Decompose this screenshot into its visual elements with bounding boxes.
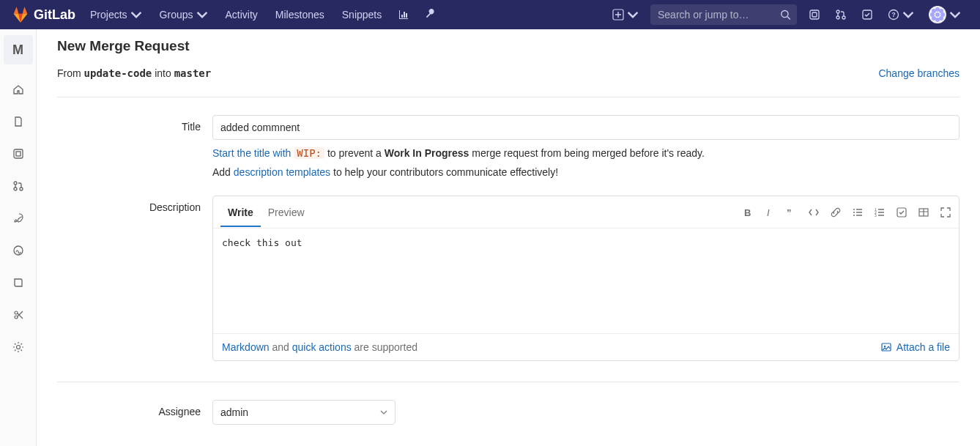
svg-text:”: ”: [787, 207, 792, 218]
tab-write[interactable]: Write: [220, 198, 261, 227]
page-title: New Merge Request: [57, 38, 959, 54]
toolbar-link[interactable]: [830, 207, 842, 218]
operations-icon: [12, 245, 24, 256]
sidebar-item-wiki[interactable]: [0, 267, 37, 299]
branch-from-text: From update-code into master: [57, 67, 211, 79]
plus-square-icon: [612, 9, 624, 21]
svg-rect-10: [14, 149, 23, 158]
nav-groups-label: Groups: [160, 9, 193, 21]
svg-rect-3: [812, 12, 817, 17]
book-icon: [12, 277, 24, 289]
toolbar-bold[interactable]: B: [742, 207, 754, 218]
toolbar-italic[interactable]: I: [764, 207, 776, 218]
svg-point-31: [884, 346, 886, 347]
nav-plus[interactable]: [605, 9, 646, 21]
nav-analytics[interactable]: [390, 9, 417, 21]
nav-milestones-label: Milestones: [275, 9, 324, 21]
nav-activity-label: Activity: [226, 9, 258, 21]
tab-preview[interactable]: Preview: [261, 198, 312, 227]
avatar: [929, 6, 946, 23]
toolbar-code[interactable]: [808, 207, 820, 218]
description-row: Description Write Preview B I ” 123: [57, 178, 959, 361]
svg-rect-11: [16, 152, 21, 156]
wip-chip-link[interactable]: WIP:: [294, 147, 324, 159]
quote-icon: ”: [786, 207, 798, 218]
description-editor: Write Preview B I ” 123: [212, 196, 959, 361]
svg-point-5: [836, 16, 839, 19]
change-branches-link[interactable]: Change branches: [878, 67, 959, 79]
sidebar-item-project[interactable]: [0, 73, 37, 105]
editor-toolbar: B I ” 123: [742, 207, 951, 218]
attach-file-label: Attach a file: [897, 341, 950, 353]
description-label: Description: [57, 196, 212, 361]
project-avatar[interactable]: M: [4, 35, 33, 64]
gitlab-logo[interactable]: GitLab: [6, 6, 81, 23]
chevron-down-icon: [196, 9, 208, 21]
assignee-row: Assignee admin: [57, 382, 959, 425]
assignee-select[interactable]: admin: [212, 400, 396, 425]
image-icon: [880, 341, 892, 353]
wip-post: merge request from being merged before i…: [469, 147, 704, 159]
task-list-icon: [896, 207, 907, 218]
toolbar-ul[interactable]: [852, 207, 864, 218]
description-templates-link[interactable]: description templates: [234, 166, 330, 178]
nav-snippets[interactable]: Snippets: [333, 9, 390, 21]
toolbar-table[interactable]: [918, 207, 929, 218]
toolbar-quote[interactable]: ”: [786, 207, 798, 218]
title-help-wip: Start the title with WIP: to prevent a W…: [212, 147, 959, 159]
nav-milestones[interactable]: Milestones: [267, 9, 333, 21]
fullscreen-icon: [940, 207, 951, 218]
title-row: Title Start the title with WIP: to preve…: [57, 97, 959, 178]
footer-tail: are supported: [352, 341, 417, 353]
search-input[interactable]: [656, 8, 780, 21]
svg-text:I: I: [767, 207, 770, 218]
nav-projects[interactable]: Projects: [81, 9, 151, 21]
toolbar-fullscreen[interactable]: [940, 207, 951, 218]
nav-activity[interactable]: Activity: [217, 9, 267, 21]
page-content: New Merge Request From update-code into …: [37, 29, 980, 446]
merge-request-icon: [835, 9, 847, 21]
svg-point-23: [853, 212, 855, 213]
sidebar-item-cicd[interactable]: [0, 202, 37, 234]
chevron-down-icon: [902, 9, 914, 21]
toolbar-task[interactable]: [896, 207, 907, 218]
nav-groups[interactable]: Groups: [151, 9, 217, 21]
markdown-link[interactable]: Markdown: [222, 341, 270, 353]
wip-strong: Work In Progress: [385, 147, 469, 159]
nav-user-menu[interactable]: [921, 6, 968, 23]
sidebar-item-snippets[interactable]: [0, 299, 37, 331]
sidebar-item-settings[interactable]: [0, 331, 37, 363]
description-textarea[interactable]: [213, 228, 959, 331]
link-icon: [830, 207, 842, 218]
svg-point-4: [836, 10, 839, 13]
bold-icon: B: [742, 207, 754, 218]
doc-icon: [12, 116, 24, 127]
nav-issues[interactable]: [801, 9, 828, 21]
toolbar-ol[interactable]: 123: [874, 207, 886, 218]
svg-point-15: [14, 246, 23, 255]
sidebar-item-operations[interactable]: [0, 234, 37, 267]
search-box[interactable]: [650, 4, 797, 25]
nav-merge-requests[interactable]: [828, 9, 854, 21]
title-input[interactable]: [212, 115, 959, 140]
start-wip-link[interactable]: Start the title with: [212, 147, 294, 159]
rocket-icon: [12, 212, 24, 224]
project-avatar-letter: M: [12, 42, 23, 58]
target-branch: master: [174, 67, 212, 79]
sidebar-item-repository[interactable]: [0, 105, 37, 138]
attach-file-button[interactable]: Attach a file: [880, 341, 950, 353]
nav-todos[interactable]: [854, 9, 880, 21]
editor-footer: Markdown and quick actions are supported…: [213, 333, 959, 360]
sidebar-item-issues[interactable]: [0, 138, 37, 170]
sidebar-item-merge-requests[interactable]: [0, 170, 37, 202]
table-icon: [918, 207, 929, 218]
title-help-templates: Add description templates to help your c…: [212, 166, 959, 178]
svg-point-13: [14, 187, 17, 190]
navbar: GitLab Projects Groups Activity Mileston…: [0, 0, 980, 29]
nav-admin-wrench[interactable]: [417, 9, 443, 21]
chart-icon: [398, 9, 409, 21]
nav-help[interactable]: ?: [880, 9, 921, 21]
scissors-icon: [12, 309, 24, 321]
quick-actions-link[interactable]: quick actions: [292, 341, 352, 353]
italic-icon: I: [764, 207, 776, 218]
